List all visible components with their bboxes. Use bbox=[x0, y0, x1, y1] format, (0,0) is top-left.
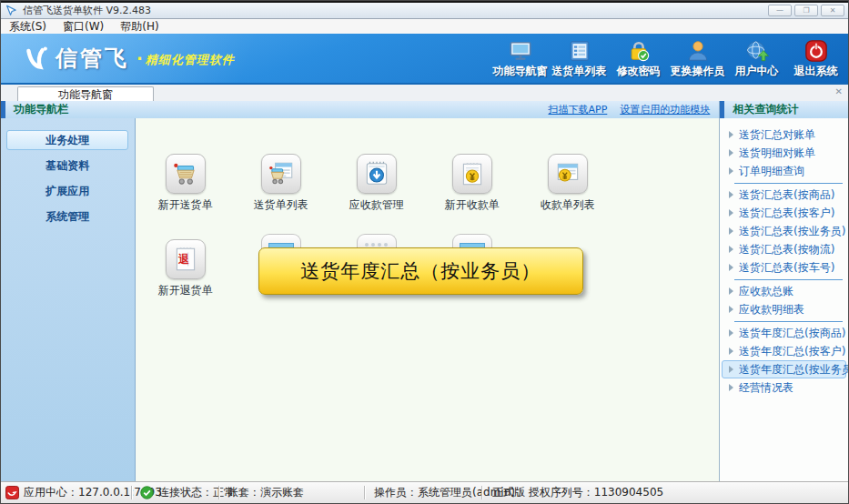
stats-link-item[interactable]: 送货汇总表(按业务员) bbox=[722, 222, 846, 240]
header-link[interactable]: 设置启用的功能模块 bbox=[620, 103, 710, 116]
app-shortcut[interactable]: 送货单列表 bbox=[240, 154, 322, 213]
toolbar-button-label: 修改密码 bbox=[609, 64, 668, 79]
cart-list-icon bbox=[261, 154, 301, 194]
stats-panel-header: 相关查询统计 bbox=[719, 101, 848, 118]
app-shortcut-label: 新开收款单 bbox=[431, 197, 513, 213]
nav-panel-title: 功能导航栏 bbox=[14, 102, 68, 117]
stats-link-item[interactable]: 应收款明细表 bbox=[722, 300, 846, 318]
brand-slogan: 精细化管理软件 bbox=[146, 52, 235, 68]
stats-link-label: 送货汇总表(按商品) bbox=[739, 187, 834, 203]
monitor-icon bbox=[509, 39, 532, 63]
stats-link-item[interactable]: 送货汇总对账单 bbox=[722, 126, 846, 144]
stats-link-item[interactable]: 送货明细对账单 bbox=[722, 144, 846, 162]
stats-link-item[interactable]: 送货汇总表(按商品) bbox=[722, 186, 846, 204]
stats-link-item[interactable]: 送货汇总表(按客户) bbox=[722, 204, 846, 222]
stats-panel-title: 相关查询统计 bbox=[733, 102, 798, 117]
header-link[interactable]: 扫描下载APP bbox=[549, 103, 608, 116]
menu-item[interactable]: 窗口(W) bbox=[55, 19, 112, 34]
sidebar-item[interactable]: 基础资料 bbox=[6, 156, 128, 176]
stats-link-label: 送货汇总表(按业务员) bbox=[739, 224, 845, 239]
stats-link-item[interactable]: 经营情况表 bbox=[722, 378, 846, 397]
toolbar-button-label: 用户中心 bbox=[727, 64, 786, 79]
content-area: 业务处理基础资料扩展应用系统管理 新开送货单 送货单列表 应收款管理 新开收 bbox=[1, 118, 848, 481]
app-center-icon bbox=[5, 486, 19, 499]
restore-button[interactable]: ❐ bbox=[794, 5, 818, 16]
power-icon bbox=[804, 39, 828, 63]
stats-link-label: 经营情况表 bbox=[739, 380, 793, 396]
connection-status: 连接状态：正常 bbox=[140, 482, 235, 503]
stats-link-item[interactable]: 送货年度汇总(按业务员) bbox=[722, 360, 846, 378]
nav-links: 扫描下载APP设置启用的功能模块 bbox=[549, 101, 711, 118]
stats-link-item[interactable]: 送货年度汇总(按客户) bbox=[722, 342, 846, 360]
stats-link-label: 送货年度汇总(按业务员) bbox=[739, 362, 849, 378]
stats-link-item[interactable]: 送货年度汇总(按商品) bbox=[722, 324, 846, 342]
status-divider bbox=[364, 486, 365, 499]
triangle-bullet-icon bbox=[729, 227, 733, 235]
toolbar-button-label: 送货单列表 bbox=[550, 64, 609, 79]
sidebar-item[interactable]: 业务处理 bbox=[6, 130, 128, 150]
toolbar-button[interactable]: 更换操作员 bbox=[668, 39, 727, 79]
toolbar-button[interactable]: 退出系统 bbox=[786, 39, 845, 79]
nav-panel-accent bbox=[1, 101, 5, 118]
stats-link-item[interactable]: 订单明细查询 bbox=[722, 162, 846, 180]
brand-name: 信管飞 bbox=[56, 44, 129, 73]
app-shortcut-label: 新开退货单 bbox=[145, 283, 227, 298]
nav-panel-header: 功能导航栏 扫描下载APP设置启用的功能模块 bbox=[1, 101, 719, 118]
triangle-bullet-icon bbox=[729, 167, 733, 175]
toolbar-button[interactable]: 送货单列表 bbox=[550, 39, 609, 79]
title-bar: 信管飞送货单软件 V9.2.483 — ❐ ✕ bbox=[1, 1, 848, 19]
triangle-bullet-icon bbox=[729, 329, 733, 337]
icon-row-1: 新开送货单 送货单列表 应收款管理 新开收款单 收款单列表 bbox=[136, 154, 609, 213]
stats-link-item[interactable]: 应收款总账 bbox=[722, 282, 846, 300]
stats-link-label: 送货年度汇总(按客户) bbox=[739, 344, 845, 359]
triangle-bullet-icon bbox=[729, 246, 733, 253]
toolbar-button[interactable]: 修改密码 bbox=[609, 39, 668, 79]
triangle-bullet-icon bbox=[729, 209, 733, 217]
sidebar-item[interactable]: 扩展应用 bbox=[6, 181, 128, 201]
stats-link-label: 应收款总账 bbox=[739, 284, 793, 299]
license-text: 正式版 授权序列号：1130904505 bbox=[492, 485, 663, 500]
check-circle-icon bbox=[140, 486, 154, 499]
return-icon: 退 bbox=[166, 239, 206, 279]
tab-bar: 功能导航窗 ✕ bbox=[1, 83, 848, 101]
window-controls: — ❐ ✕ bbox=[768, 5, 844, 16]
connection-text: 连接状态：正常 bbox=[158, 485, 235, 500]
app-shortcut[interactable]: 收款单列表 bbox=[527, 154, 609, 213]
stats-link-item[interactable]: 送货汇总表(按车号) bbox=[722, 258, 846, 277]
triangle-bullet-icon bbox=[729, 306, 733, 313]
menu-item[interactable]: 系统(S) bbox=[1, 19, 55, 34]
triangle-bullet-icon bbox=[729, 366, 733, 373]
app-center-status: 应用中心：127.0.0.1:7093 bbox=[5, 482, 162, 503]
panel-header-strip: 功能导航栏 扫描下载APP设置启用的功能模块 相关查询统计 bbox=[1, 101, 848, 118]
toolbar-button[interactable]: 用户中心 bbox=[727, 39, 786, 79]
stats-panel-accent bbox=[720, 101, 724, 118]
globe-icon bbox=[745, 39, 769, 63]
brand-swoosh-icon bbox=[23, 44, 52, 73]
tab-close-icon[interactable]: ✕ bbox=[835, 86, 843, 96]
app-cursor-icon bbox=[5, 5, 17, 17]
close-button[interactable]: ✕ bbox=[821, 5, 844, 16]
app-shortcut[interactable]: 应收款管理 bbox=[336, 154, 418, 213]
app-shortcut[interactable]: 新开收款单 bbox=[431, 154, 513, 213]
toolbar-button-label: 退出系统 bbox=[786, 64, 845, 79]
triangle-bullet-icon bbox=[729, 149, 733, 156]
account-text: 账套：演示账套 bbox=[227, 485, 304, 500]
license-status: 正式版 授权序列号：1130904505 bbox=[492, 482, 663, 503]
app-shortcut[interactable]: 退 新开退货单 bbox=[145, 239, 227, 298]
brand-logo: 信管飞 · 精细化管理软件 bbox=[23, 44, 235, 73]
stats-link-label: 送货汇总表(按车号) bbox=[739, 260, 834, 276]
header-toolbar: 功能导航窗 送货单列表 修改密码 更换操作员 用户中心 退出系统 bbox=[490, 39, 845, 79]
stats-link-label: 送货汇总对账单 bbox=[739, 127, 815, 143]
toolbar-button-label: 更换操作员 bbox=[668, 64, 727, 79]
window-title: 信管飞送货单软件 V9.2.483 bbox=[23, 4, 151, 17]
brand-separator: · bbox=[136, 49, 143, 68]
app-shortcut[interactable]: 新开送货单 bbox=[145, 154, 227, 213]
menu-item[interactable]: 帮助(H) bbox=[112, 19, 167, 34]
toolbar-button[interactable]: 功能导航窗 bbox=[490, 39, 550, 79]
app-header: 信管飞 · 精细化管理软件 功能导航窗 送货单列表 修改密码 更换操作员 bbox=[1, 34, 848, 83]
receipt-new-icon bbox=[452, 154, 492, 194]
sidebar-item[interactable]: 系统管理 bbox=[6, 207, 128, 227]
stats-link-item[interactable]: 送货汇总表(按物流) bbox=[722, 240, 846, 258]
minimize-button[interactable]: — bbox=[768, 5, 792, 16]
cart-new-icon bbox=[166, 154, 206, 194]
